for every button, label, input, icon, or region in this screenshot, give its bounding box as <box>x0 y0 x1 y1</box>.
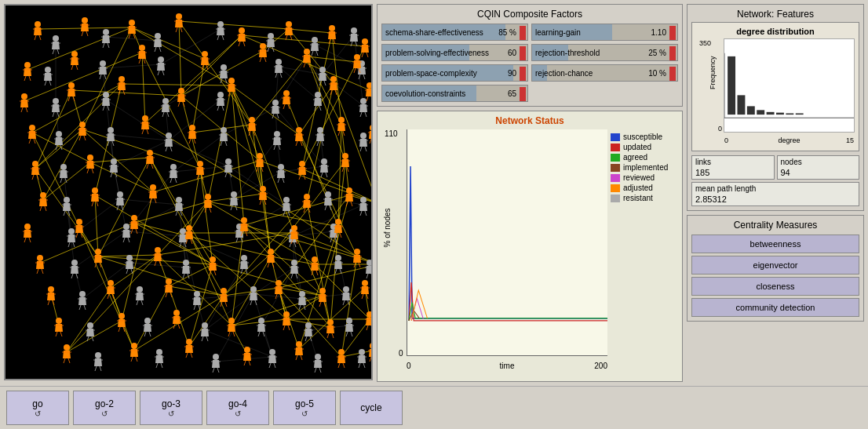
go-4-button[interactable]: go-4 ↺ <box>206 391 269 425</box>
centrality-title: Centrality Measures <box>691 220 859 231</box>
nodes-label: nodes <box>781 158 856 166</box>
legend-adjusted: adjusted <box>611 184 675 192</box>
degree-dist-title: degree distribution <box>696 27 855 36</box>
susceptible-label: susceptible <box>623 133 662 141</box>
y-max-label: 110 <box>385 129 398 138</box>
stats-row: links 185 nodes 94 <box>691 155 859 180</box>
factor-learning-gain[interactable]: learning-gain 1.10 <box>531 24 678 41</box>
x-min-label: 0 <box>407 362 411 370</box>
degree-y-label: Frequency <box>709 56 717 89</box>
cycle-label: cycle <box>360 402 381 413</box>
factor-coevolution[interactable]: coevolution-constraints 65 <box>381 85 528 102</box>
cqin-title: CQIN Composite Factors <box>381 9 678 20</box>
degree-x-min: 0 <box>724 136 728 144</box>
cqin-panel: CQIN Composite Factors schema-share-effe… <box>377 4 683 107</box>
go-5-label: go-5 <box>295 398 314 409</box>
implemented-label: implemented <box>623 163 668 172</box>
svg-rect-5 <box>776 113 784 115</box>
cqin-left-col: schema-share-effectiveness 85 % problem-… <box>381 24 528 102</box>
x-max-label: 200 <box>594 362 607 370</box>
betweenness-button[interactable]: betweenness <box>691 234 859 253</box>
legend-updated: updated <box>611 143 675 151</box>
legend-reviewed: reviewed <box>611 173 675 182</box>
links-box: links 185 <box>691 155 775 180</box>
go-5-button[interactable]: go-5 ↺ <box>273 391 336 425</box>
status-chart-svg <box>407 129 607 356</box>
legend-resistant: resistant <box>611 194 675 202</box>
svg-rect-7 <box>796 113 804 115</box>
factor-problem-space[interactable]: problem-space-complexity 90 <box>381 64 528 82</box>
features-title: Network: Features <box>691 9 859 20</box>
network-panel <box>4 4 373 380</box>
go-5-refresh-icon: ↺ <box>301 409 308 418</box>
community-detection-button[interactable]: community detection <box>691 298 859 317</box>
go-3-button[interactable]: go-3 ↺ <box>140 391 202 425</box>
right-panel: Network: Features degree distribution 35… <box>687 4 864 382</box>
degree-x-label: degree <box>778 136 800 144</box>
mean-path-value: 2.85312 <box>695 193 855 204</box>
susceptible-color <box>611 133 620 141</box>
reviewed-color <box>611 174 620 182</box>
go-4-refresh-icon: ↺ <box>235 409 241 418</box>
cqin-grid: schema-share-effectiveness 85 % problem-… <box>381 24 678 102</box>
nodes-value: 94 <box>781 166 856 177</box>
legend-susceptible: susceptible <box>611 133 675 141</box>
degree-chart: 350 0 Frequency 0 15 degree <box>724 38 855 133</box>
main-container: CQIN Composite Factors schema-share-effe… <box>0 0 868 429</box>
go-button[interactable]: go ↺ <box>6 391 69 425</box>
go-3-refresh-icon: ↺ <box>168 409 174 418</box>
chart-legend: susceptible updated agreed implemen <box>607 129 678 372</box>
updated-color <box>611 144 620 151</box>
go-2-label: go-2 <box>95 398 114 409</box>
x-axis-label: time <box>500 362 515 370</box>
centrality-panel: Centrality Measures betweenness eigenvec… <box>687 215 864 322</box>
factor-rejection-chance[interactable]: rejection-chance 10 % <box>531 64 678 82</box>
legend-agreed: agreed <box>611 153 675 162</box>
bottom-toolbar: go ↺ go-2 ↺ go-3 ↺ go-4 ↺ go-5 ↺ cycle <box>0 386 868 429</box>
degree-y-max: 350 <box>699 39 711 47</box>
status-panel: Network Status 110 0 % of nodes 0 200 ti… <box>377 111 683 382</box>
degree-dist-box: degree distribution 350 0 Frequency 0 15… <box>691 22 859 151</box>
go-refresh-icon: ↺ <box>35 409 41 418</box>
y-min-label: 0 <box>399 349 403 358</box>
nodes-box: nodes 94 <box>777 155 860 180</box>
y-axis-label: % of nodes <box>383 208 392 247</box>
resistant-label: resistant <box>623 194 653 202</box>
go-3-label: go-3 <box>162 398 181 409</box>
links-value: 185 <box>695 166 771 177</box>
features-panel: Network: Features degree distribution 35… <box>687 4 864 211</box>
factor-rejection-threshold[interactable]: rejection-threshold 25 % <box>531 44 678 61</box>
degree-y-min: 0 <box>718 125 722 133</box>
links-label: links <box>695 158 771 166</box>
status-title: Network Status <box>381 115 678 126</box>
svg-rect-2 <box>747 106 755 115</box>
degree-hist-svg <box>724 39 854 132</box>
svg-rect-0 <box>728 56 735 115</box>
agreed-color <box>611 154 620 162</box>
go-2-refresh-icon: ↺ <box>101 409 108 418</box>
cycle-button[interactable]: cycle <box>340 391 403 425</box>
go-label: go <box>32 398 42 409</box>
cqin-right-col: learning-gain 1.10 rejection-threshold 2… <box>531 24 678 102</box>
mean-path-box: mean path length 2.85312 <box>691 182 859 206</box>
resistant-color <box>611 195 620 202</box>
svg-rect-6 <box>786 113 793 115</box>
reviewed-label: reviewed <box>623 173 655 182</box>
svg-rect-1 <box>738 95 746 115</box>
go-2-button[interactable]: go-2 ↺ <box>73 391 136 425</box>
legend-implemented: implemented <box>611 163 675 172</box>
agreed-label: agreed <box>623 153 647 162</box>
adjusted-color <box>611 184 620 192</box>
closeness-button[interactable]: closeness <box>691 277 859 296</box>
factor-schema-share[interactable]: schema-share-effectiveness 85 % <box>381 24 528 41</box>
factor-problem-solving[interactable]: problem-solving-effectiveness 60 <box>381 44 528 61</box>
implemented-color <box>611 164 620 172</box>
empty-slot <box>531 85 678 102</box>
mean-path-label: mean path length <box>695 184 855 193</box>
eigenvector-button[interactable]: eigenvector <box>691 256 859 274</box>
centrality-buttons: betweenness eigenvector closeness commun… <box>691 234 859 317</box>
status-content: 110 0 % of nodes 0 200 time <box>381 129 678 372</box>
top-row: CQIN Composite Factors schema-share-effe… <box>0 0 868 386</box>
center-panel: CQIN Composite Factors schema-share-effe… <box>377 4 683 382</box>
svg-rect-3 <box>757 110 764 115</box>
